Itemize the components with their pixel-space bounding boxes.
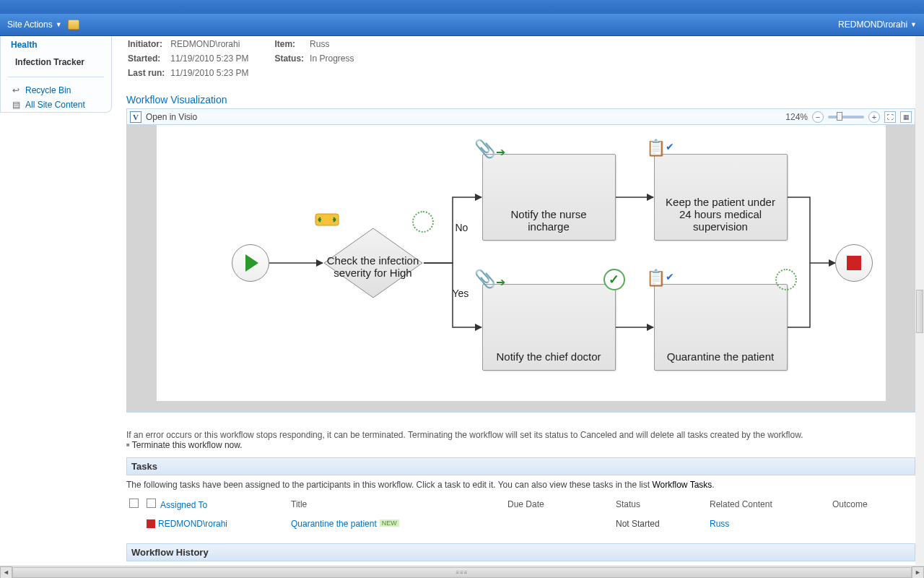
decision-label: Check the infection severity for High <box>323 254 424 279</box>
visualization-paper: Check the infection severity for High No… <box>157 125 886 401</box>
task-quarantine[interactable]: 📋✔ Quarantine the patient <box>654 284 788 371</box>
visualization-canvas[interactable]: Check the infection severity for High No… <box>127 125 915 412</box>
table-header-row: Assigned To Title Due Date Status Relate… <box>126 494 915 514</box>
chevron-down-icon: ▼ <box>910 21 917 28</box>
row-status: Not Started <box>613 514 707 533</box>
site-actions-menu[interactable]: Site Actions ▼ <box>7 20 62 30</box>
meta-status-label: Status: <box>274 52 308 65</box>
task-notify-chief[interactable]: 📎➔ ✓ Notify the chief doctor <box>482 284 616 371</box>
completed-icon: ✓ <box>603 269 625 290</box>
nav-infection-tracker[interactable]: Infection Tracker <box>1 53 111 71</box>
scrollbar-thumb[interactable]: ≡≡≡ <box>12 567 912 578</box>
chevron-down-icon: ▼ <box>56 21 62 28</box>
terminate-note: If an error occurs or this workflow stop… <box>126 430 915 450</box>
row-due-date <box>505 514 613 533</box>
fit-page-button[interactable]: ⛶ <box>884 111 896 123</box>
scroll-left-button[interactable]: ◄ <box>0 566 12 579</box>
meta-lastrun-value: 11/19/2010 5:23 PM <box>170 66 273 79</box>
tasks-note-text: The following tasks have been assigned t… <box>126 480 652 490</box>
meta-lastrun-label: Last run: <box>128 66 169 79</box>
nav-health[interactable]: Health <box>1 36 111 53</box>
recycle-icon: ↩ <box>11 85 21 95</box>
clipboard-check-icon: 📋✔ <box>646 269 674 288</box>
col-related: Related Content <box>707 494 829 514</box>
scrollbar-track[interactable]: ≡≡≡ <box>12 567 912 578</box>
open-in-visio-link[interactable]: Open in Visio <box>146 112 197 122</box>
nav-recycle-label: Recycle Bin <box>25 85 71 95</box>
scroll-right-button[interactable]: ► <box>912 566 924 579</box>
task-notify-nurse[interactable]: 📎➔ Notify the nurse incharge <box>482 154 616 241</box>
task-keep-patient-label: Keep the patient under 24 hours medical … <box>662 196 780 233</box>
meta-item-value: Russ <box>310 38 378 51</box>
tasks-table: Assigned To Title Due Date Status Relate… <box>126 494 915 533</box>
tasks-header: Tasks <box>126 457 915 475</box>
site-actions-label: Site Actions <box>7 20 53 30</box>
navigate-up-icon[interactable] <box>68 20 79 30</box>
visio-icon: V <box>130 111 141 123</box>
send-mail-icon: 📎➔ <box>474 139 505 159</box>
zoom-in-button[interactable]: + <box>868 111 880 123</box>
clipboard-check-icon: 📋✔ <box>646 139 674 158</box>
table-row[interactable]: REDMOND\rorahi Quarantine the patientNEW… <box>126 514 915 533</box>
workflow-history-header: Workflow History <box>126 543 915 561</box>
workflow-start[interactable] <box>232 244 269 282</box>
left-nav: Health Infection Tracker ↩ Recycle Bin ▤… <box>0 36 112 113</box>
zoom-slider[interactable] <box>828 116 864 118</box>
in-progress-icon <box>775 269 797 290</box>
workflow-end[interactable] <box>835 244 873 282</box>
vertical-scrollbar[interactable] <box>915 36 924 565</box>
terminate-link[interactable]: Terminate this workflow now. <box>132 440 243 450</box>
view-options-button[interactable]: ▦ <box>900 111 912 123</box>
play-icon <box>245 254 258 272</box>
main-content: Initiator: REDMOND\rorahi Item: Russ Sta… <box>126 36 915 565</box>
new-badge: NEW <box>380 519 399 527</box>
nav-recycle-bin[interactable]: ↩ Recycle Bin <box>1 83 111 98</box>
column-checkbox[interactable] <box>147 499 156 508</box>
row-outcome <box>829 514 915 533</box>
meta-started-label: Started: <box>128 52 169 65</box>
workflow-meta: Initiator: REDMOND\rorahi Item: Russ Sta… <box>126 36 380 81</box>
task-quarantine-label: Quarantine the patient <box>667 350 774 363</box>
divider <box>8 77 104 77</box>
ribbon-bar: Site Actions ▼ REDMOND\rorahi ▼ <box>0 14 924 35</box>
scrollbar-thumb[interactable] <box>916 290 923 333</box>
workflow-visualization-title: Workflow Visualization <box>126 94 915 105</box>
ribbon: Site Actions ▼ REDMOND\rorahi ▼ <box>0 0 924 36</box>
tasks-note: The following tasks have been assigned t… <box>126 480 915 490</box>
workflow-tasks-link[interactable]: Workflow Tasks <box>652 480 712 490</box>
row-title[interactable]: Quarantine the patient <box>291 519 377 529</box>
zoom-out-button[interactable]: − <box>812 111 824 123</box>
meta-initiator-value: REDMOND\rorahi <box>170 38 273 51</box>
visualization-frame: V Open in Visio 124% − + ⛶ ▦ <box>126 108 915 413</box>
meta-initiator-label: Initiator: <box>128 38 169 51</box>
meta-item-label: Item: <box>274 38 308 51</box>
nav-all-site-content[interactable]: ▤ All Site Content <box>1 98 111 112</box>
bullet-icon: ■ <box>126 441 130 448</box>
task-keep-patient[interactable]: 📋✔ Keep the patient under 24 hours medic… <box>654 154 788 241</box>
row-related[interactable]: Russ <box>710 519 729 529</box>
parallel-icon <box>314 211 340 228</box>
send-mail-icon: 📎➔ <box>474 269 505 289</box>
document-icon: ▤ <box>11 100 21 110</box>
col-title: Title <box>288 494 505 514</box>
task-notify-nurse-label: Notify the nurse incharge <box>490 208 608 233</box>
meta-status-value: In Progress <box>310 52 378 65</box>
row-assigned[interactable]: REDMOND\rorahi <box>158 519 227 529</box>
user-menu[interactable]: REDMOND\rorahi ▼ <box>838 20 917 30</box>
task-notify-chief-label: Notify the chief doctor <box>496 350 601 363</box>
nav-all-content-label: All Site Content <box>25 100 85 110</box>
col-due: Due Date <box>505 494 613 514</box>
col-assigned[interactable]: Assigned To <box>160 500 207 510</box>
decision-check-severity[interactable]: Check the infection severity for High <box>323 227 424 299</box>
status-indicator-icon <box>147 519 155 528</box>
user-label: REDMOND\rorahi <box>838 20 907 30</box>
select-all-checkbox[interactable] <box>129 499 139 508</box>
col-status: Status <box>613 494 707 514</box>
edge-no-label: No <box>456 222 468 233</box>
edge-yes-label: Yes <box>453 288 469 299</box>
horizontal-scrollbar[interactable]: ◄ ≡≡≡ ► <box>0 566 924 578</box>
stop-icon <box>847 256 861 270</box>
zoom-level: 124% <box>785 112 808 122</box>
zoom-slider-thumb[interactable] <box>837 112 842 121</box>
meta-started-value: 11/19/2010 5:23 PM <box>170 52 273 65</box>
